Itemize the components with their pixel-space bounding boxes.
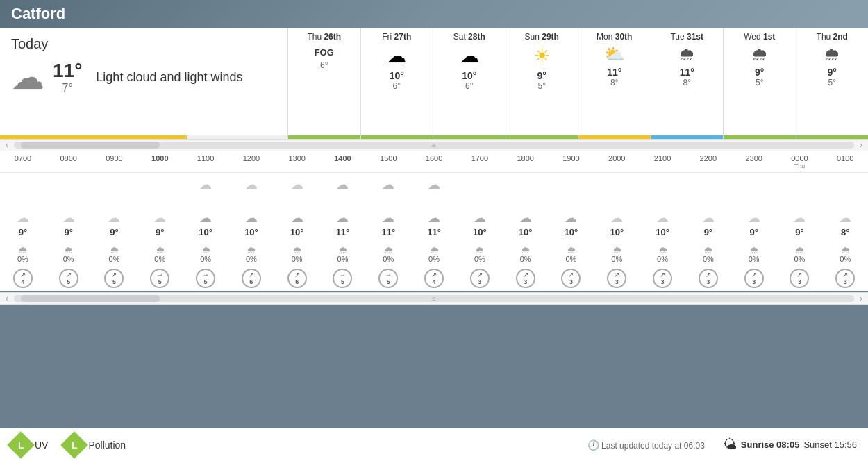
temp-cell-2: 9° — [110, 227, 118, 237]
forecast-day-2[interactable]: Sat 28th ☁ 10° 6° — [433, 28, 506, 139]
forecast-day-3[interactable]: Sun 29th ☀ 9° 5° — [506, 28, 579, 139]
rain-cell-16: 🌧0% — [731, 244, 777, 263]
rain-pct-12: 0% — [549, 255, 594, 263]
scroll-bar-top[interactable]: ‹ ≡ › — [0, 139, 868, 151]
temp-wrapper-14: ☁10° — [640, 210, 685, 237]
forecast-day-7[interactable]: Thu 2nd 🌧 9° 5° — [796, 28, 869, 139]
time-cell-5: 1200 — [228, 154, 274, 169]
time-cell-11: 1800 — [503, 154, 549, 169]
rain-pct-11: 0% — [503, 255, 549, 263]
time-cell-0: 0700 — [0, 154, 46, 169]
rain-pct-14: 0% — [640, 255, 685, 263]
wind-circle-15: ↗ 3 — [699, 269, 718, 288]
day-low-7: 5° — [799, 78, 866, 87]
uv-indicator[interactable]: L UV — [11, 435, 48, 455]
time-cell-9: 1600 — [411, 154, 457, 169]
scroll-right-arrow[interactable]: › — [854, 140, 868, 150]
sunrise-icon: 🌤 — [723, 437, 737, 453]
bottom-bar: L UV L Pollution 🕐 Last updated today at… — [0, 428, 868, 461]
sunset-text: Sunset 15:56 — [803, 439, 857, 450]
temp-cell-10: 10° — [473, 227, 487, 237]
day-low-4: 8° — [581, 78, 648, 87]
today-content: ☁ 11° 7° Light cloud and light winds — [11, 58, 276, 97]
hourly-weather-cell-17: ☁ — [777, 177, 823, 209]
scroll-thumb-bottom[interactable] — [21, 295, 160, 302]
day-icon-6: 🌧 — [726, 44, 793, 64]
wind-circle-18: ↗ 3 — [835, 269, 855, 288]
temp-wrapper-8: ☁11° — [365, 210, 411, 237]
day-header-5: Tue 31st — [654, 32, 721, 42]
updated-label: Last updated today at 06:03 — [601, 441, 705, 451]
temp-cell-11: 10° — [519, 227, 533, 237]
hourly-weather-cell-6: ☁ — [274, 177, 320, 209]
pollution-indicator[interactable]: L Pollution — [65, 435, 126, 455]
scroll-track-bottom[interactable]: ≡ — [14, 295, 854, 302]
rain-pct-15: 0% — [685, 255, 731, 263]
time-labels-row: 0700080009001000110012001300140015001600… — [0, 151, 868, 173]
temp-cell-13: 10° — [610, 227, 624, 237]
forecast-day-5[interactable]: Tue 31st 🌧 11° 8° — [651, 28, 724, 139]
rain-icon-2: 🌧 — [92, 244, 137, 255]
forecast-day-4[interactable]: Mon 30th ⛅ 11° 8° — [578, 28, 651, 139]
rain-cell-14: 🌧0% — [640, 244, 685, 263]
scroll-left-arrow-bottom[interactable]: ‹ — [0, 294, 14, 303]
time-cell-13: 2000 — [594, 154, 640, 169]
sunrise-text: Sunrise 08:05 — [741, 439, 800, 450]
wind-cell-11: ↗ 3 — [503, 267, 549, 288]
today-description: Light cloud and light winds — [96, 70, 242, 85]
day-icon-7: 🌧 — [799, 44, 866, 64]
clock-icon: 🕐 — [587, 439, 599, 451]
wind-cell-7: → 5 — [320, 267, 366, 288]
hourly-weather-cell-16: ☁ — [731, 177, 777, 209]
temp-cell-12: 10° — [565, 227, 578, 237]
scroll-thumb-top[interactable] — [21, 142, 160, 149]
scroll-left-arrow[interactable]: ‹ — [0, 140, 14, 150]
rain-pct-2: 0% — [92, 255, 137, 263]
wind-circle-4: → 5 — [196, 269, 215, 288]
forecast-day-6[interactable]: Wed 1st 🌧 9° 5° — [724, 28, 796, 139]
time-cell-14: 2100 — [640, 154, 685, 169]
rain-icon-12: 🌧 — [549, 244, 594, 255]
day-low-0: 6° — [291, 60, 358, 70]
temp-cell-5: 10° — [244, 227, 258, 237]
wind-cell-0: ↗ 4 — [0, 267, 46, 288]
hourly-weather-cell-11: ☁ — [503, 177, 549, 209]
forecast-day-1[interactable]: Fri 27th ☁ 10° 6° — [361, 28, 434, 139]
pollution-label: Pollution — [88, 439, 126, 451]
rain-cell-6: 🌧0% — [274, 244, 320, 263]
forecast-days: Thu 26th FOG 6° Fri 27th ☁ 10° 6° Sat 28… — [288, 28, 868, 139]
wind-cell-15: ↗ 3 — [685, 267, 731, 288]
day-header-4: Mon 30th — [581, 32, 648, 42]
wind-cell-2: ↗ 5 — [92, 267, 137, 288]
scroll-center-icon: ≡ — [432, 142, 436, 149]
rain-icon-10: 🌧 — [457, 244, 503, 255]
day-low-5: 8° — [654, 78, 721, 87]
uv-label: UV — [35, 439, 48, 451]
wind-cell-4: → 5 — [183, 267, 228, 288]
day-low-2: 6° — [436, 81, 503, 91]
day-high-1: 10° — [364, 70, 431, 81]
hourly-weather-cell-3: ☁ — [137, 177, 183, 209]
day-header-1: Fri 27th — [364, 32, 431, 42]
temp-cell-8: 11° — [381, 227, 395, 237]
hourly-weather-cell-15: ☁ — [685, 177, 731, 209]
rain-pct-8: 0% — [365, 255, 411, 263]
rain-cell-8: 🌧0% — [365, 244, 411, 263]
temp-cell-15: 9° — [704, 227, 712, 237]
pollution-diamond: L — [61, 431, 89, 459]
hourly-weather-cell-13: ☁ — [594, 177, 640, 209]
rain-icon-15: 🌧 — [685, 244, 731, 255]
hourly-weather-cell-0: ☁ — [0, 177, 46, 209]
day-header-0: Thu 26th — [291, 32, 358, 42]
scroll-right-arrow-bottom[interactable]: › — [854, 294, 868, 303]
temp-wrapper-5: ☁10° — [228, 210, 274, 237]
rain-cell-15: 🌧0% — [685, 244, 731, 263]
scroll-track-top[interactable]: ≡ — [14, 142, 854, 149]
forecast-day-0[interactable]: Thu 26th FOG 6° — [288, 28, 361, 139]
rain-cell-11: 🌧0% — [503, 244, 549, 263]
rain-icon-7: 🌧 — [320, 244, 366, 255]
scroll-bar-bottom[interactable]: ‹ ≡ › — [0, 292, 868, 305]
temp-wrapper-4: ☁10° — [183, 210, 228, 237]
hourly-weather-cell-12: ☁ — [549, 177, 594, 209]
wind-cell-16: ↗ 3 — [731, 267, 777, 288]
